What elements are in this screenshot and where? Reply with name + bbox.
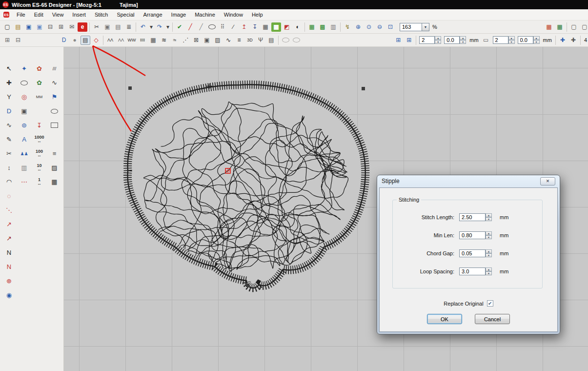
zigzag-run-tool[interactable]: ∿ [1,119,17,131]
offset-a-up[interactable]: ▲ [460,36,466,40]
selection-handle[interactable] [128,86,132,90]
preset-1-tool[interactable]: 1↔ [32,176,47,188]
digitize-closed-tool[interactable]: ✦ [17,62,32,75]
menu-edit[interactable]: Edit [30,10,48,20]
menu-file[interactable]: File [12,10,30,20]
design-repeat-icon[interactable]: ▦ [544,22,554,32]
save-design-icon[interactable]: ▣ [24,22,34,32]
stipple-dots-icon[interactable]: ⠿ [218,22,227,32]
globe-tool-tool[interactable]: ⊚ [17,119,32,131]
wave-effect-icon[interactable] [291,36,301,45]
fancy-d-tool[interactable]: D [1,105,17,117]
black-white-view-icon[interactable]: ◐ [293,22,303,32]
freehand-draw-tool[interactable]: ✎ [1,133,17,145]
curve-right-tool[interactable]: N [1,261,17,273]
ellipse-draw-tool[interactable] [47,105,62,117]
stitch-length-down[interactable]: ▼ [486,217,492,221]
dialog-title-bar[interactable]: Stipple ✕ [377,175,560,187]
preset-100-tool[interactable]: 100↔ [32,147,47,160]
pull-comp-input[interactable] [419,36,435,44]
3d-warp-icon[interactable]: 3D [245,36,255,45]
es-design-explorer-icon[interactable]: e [78,22,87,32]
circle-fill-icon[interactable]: ● [70,36,80,45]
stitch-chain-tool[interactable]: ⋱ [1,204,17,216]
branching-icon[interactable]: ◇ [91,36,101,45]
menu-arrange[interactable]: Arrange [139,10,166,20]
block-gray-tool[interactable]: ▦ [47,176,62,188]
print-icon[interactable]: ⊟ [45,22,55,32]
cross-stitch-icon[interactable]: ⊠ [191,36,201,45]
triple-run-tool[interactable]: ↗ [1,232,17,245]
zoom-1-1-icon[interactable]: ⊙ [364,22,374,32]
penetration-out-icon[interactable]: ↧ [250,22,260,32]
color-objects-icon[interactable]: ◩ [282,22,292,32]
offset-b-up[interactable]: ▲ [533,36,540,40]
run-dots-tool[interactable]: ⋯ [17,176,32,188]
min-len-input[interactable] [459,231,486,239]
menu-stitch[interactable]: Stitch [90,10,113,20]
cut-icon[interactable]: ✂ [92,22,101,32]
count-down[interactable]: ▼ [508,40,515,44]
zoom-dropdown-icon[interactable]: ▼ [422,23,429,31]
satin-stitch-icon[interactable]: WW [127,36,137,45]
menu-view[interactable]: View [48,10,68,20]
contour-stitch-icon[interactable]: ≈ [170,36,180,45]
menu-window[interactable]: Window [220,10,247,20]
window-cascade-icon[interactable]: ▢ [580,22,588,32]
redo-list-icon[interactable]: ▾ [165,22,170,32]
stitch-list-icon[interactable]: ▦ [261,22,270,32]
zoom-window-icon[interactable]: ⊡ [385,22,395,32]
undo-list-icon[interactable]: ▾ [149,22,154,32]
selection-handle[interactable] [246,284,249,287]
stitch-length-input[interactable] [459,213,486,221]
stem-stitch-icon[interactable]: ≡ [234,36,244,45]
stitch-angle-icon[interactable]: ╱ [196,22,206,32]
flower-tool-tool[interactable]: ✿ [32,62,47,75]
count-input[interactable] [493,36,508,44]
new-design-icon[interactable]: ▢ [2,22,12,32]
offset-a-input[interactable] [444,36,460,44]
trapunto-icon[interactable] [281,36,290,45]
photo-flash-icon[interactable]: ▨ [213,36,223,45]
zoom-in-icon[interactable]: ⊕ [353,22,363,32]
ellipse-outline-icon[interactable] [207,22,217,32]
redo-icon[interactable]: ↷ [155,22,164,32]
curve-left-tool[interactable]: N [1,247,17,259]
brain-fill-shape[interactable] [127,84,365,288]
penetration-in-icon[interactable]: ↥ [239,22,249,32]
stitch-density-icon[interactable]: ⊞ [404,36,414,45]
stamp-tool-tool[interactable]: ▣ [17,105,32,117]
preset-1000-tool[interactable]: 1000↔ [32,133,47,145]
replace-original-checkbox[interactable]: ✔ [487,300,493,307]
ring-ellipse-tool[interactable]: ◌ [1,190,17,202]
plant-tool-tool[interactable]: ✿ [32,77,47,89]
run-pen-icon[interactable]: ∕ [228,22,238,32]
edit-anchors-tool[interactable]: Y [1,91,17,103]
stitch-spacing-auto-icon[interactable]: ⊞ [393,36,403,45]
close-icon[interactable]: ✕ [540,177,555,186]
menu-insert[interactable]: Insert [68,10,90,20]
rectangle-draw-tool[interactable] [47,119,62,131]
window-tile-icon[interactable]: ▢ [569,22,579,32]
needle-point-tool[interactable]: ↧ [32,119,47,131]
team-names-tool[interactable]: ♟♟ [17,147,32,160]
pull-comp-down[interactable]: ▼ [435,40,441,44]
offset-b-down[interactable]: ▼ [533,40,540,44]
copy-icon[interactable]: ▣ [102,22,112,32]
loop-spacing-up[interactable]: ▲ [486,268,492,271]
gradient-fill-icon[interactable]: ▤ [266,36,276,45]
cut-tool-tool[interactable]: ✂ [1,147,17,160]
chord-gap-down[interactable]: ▼ [486,253,492,257]
lettering-tool[interactable]: A [17,133,32,145]
reshape-object-tool[interactable]: ✚ [1,77,17,89]
loop-spacing-input[interactable] [459,268,486,275]
e-stitch-icon[interactable]: ΛΛ [116,36,126,45]
run-stitch-tool[interactable]: ↗ [1,218,17,230]
hoop-template-icon[interactable]: ▥ [328,22,338,32]
zoom-previous-icon[interactable]: ↯ [343,22,352,32]
menu-help[interactable]: Help [247,10,267,20]
offset-a-down[interactable]: ▼ [460,40,466,44]
chord-gap-input[interactable] [459,249,486,257]
thread-palette-icon[interactable]: ▦ [555,22,565,32]
auto-apply-icon[interactable]: ✔ [175,22,184,32]
